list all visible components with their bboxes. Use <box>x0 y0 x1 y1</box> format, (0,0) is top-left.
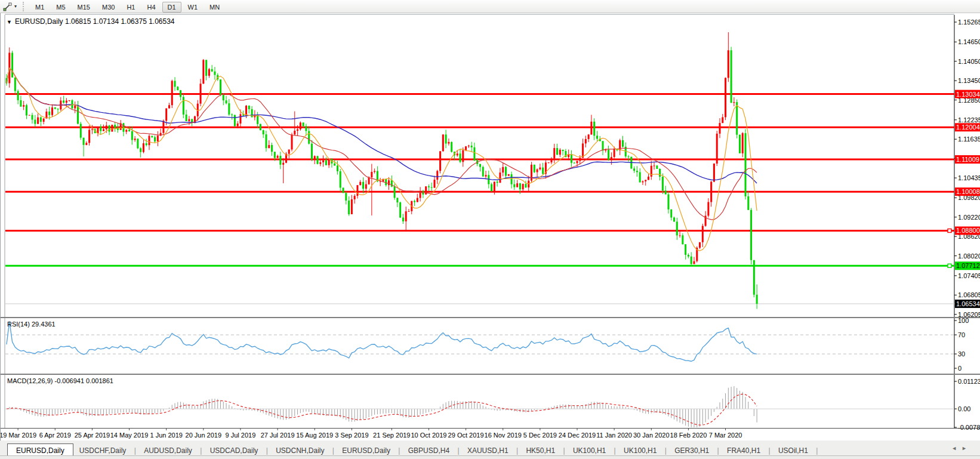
date-axis-label: 7 Mar 2020 <box>709 432 742 439</box>
chart-window: 1.152651.146501.140501.134501.128501.122… <box>0 13 980 440</box>
price-axis-tick: 1.14650 <box>958 38 980 45</box>
date-axis-label: 21 Sep 2019 <box>373 432 410 439</box>
level-price-label-text: 1.11009 <box>956 156 979 163</box>
tab-scroll-right-icon[interactable]: ► <box>961 445 972 451</box>
date-axis-label: 29 Oct 2019 <box>448 432 484 439</box>
timeframe-button-h4[interactable]: H4 <box>141 2 161 13</box>
line-drag-handle[interactable] <box>948 229 951 232</box>
status-bar <box>0 455 980 459</box>
date-axis-label: 30 Jan 2020 <box>633 432 670 439</box>
bar-low-value: 1.06375 <box>121 17 146 26</box>
price-axis-tick: 1.06805 <box>958 291 980 298</box>
price-axis-tick: 1.13450 <box>958 77 980 84</box>
level-price-label-text: 1.12004 <box>956 124 980 131</box>
macd-axis-tick: 0.011232 <box>958 378 980 385</box>
timeframe-button-w1[interactable]: W1 <box>183 2 204 13</box>
date-axis-label: 16 Nov 2019 <box>485 432 522 439</box>
line-drag-handle[interactable] <box>948 264 951 267</box>
rsi-axis-tick: 70 <box>958 331 965 338</box>
tool-dropdown-caret-icon[interactable]: ▾ <box>14 4 17 9</box>
date-axis-label: 3 Sep 2019 <box>335 432 368 439</box>
rsi-axis-tick: 0 <box>958 365 961 372</box>
chart-tab-bar: EURUSD,DailyUSDCHF,Daily | AUDUSD,Daily … <box>0 440 980 455</box>
price-axis-tick: 1.09220 <box>958 214 980 221</box>
timeframe-button-mn[interactable]: MN <box>204 2 225 13</box>
toolbar-grip <box>23 2 26 11</box>
timeframe-toolbar: ▾ M1M5M15M30H1H4D1W1MN <box>0 0 980 13</box>
timeframe-button-m30[interactable]: M30 <box>97 2 120 13</box>
rsi-axis-tick: 100 <box>958 317 969 324</box>
current-price-label-text: 1.06534 <box>956 300 980 307</box>
chart-title: ▼EURUSD,Daily 1.06815 1.07134 1.06375 1.… <box>7 17 175 26</box>
price-axis-tick: 1.14050 <box>958 58 980 65</box>
date-axis-label: 10 Oct 2019 <box>411 432 446 439</box>
tab-scroll-left-icon[interactable]: ◄ <box>951 445 961 451</box>
macd-axis-tick: -0.007894 <box>958 424 980 431</box>
date-axis-label: 11 Jan 2020 <box>596 432 632 439</box>
date-axis-label: 5 Dec 2019 <box>523 432 557 439</box>
price-axis-tick: 1.10435 <box>958 174 980 181</box>
date-axis-label: 9 Jul 2019 <box>226 432 256 439</box>
level-price-label-text: 1.13034 <box>956 91 980 98</box>
timeframe-button-m5[interactable]: M5 <box>51 2 70 13</box>
timeframe-button-h1[interactable]: H1 <box>121 2 140 13</box>
bar-close-value: 1.06534 <box>149 17 174 26</box>
level-price-label-text: 1.08800 <box>956 227 980 234</box>
tab-scroll-arrows[interactable]: ◄► <box>951 445 972 455</box>
date-axis-label: 15 Aug 2019 <box>296 432 333 439</box>
price-axis-tick: 1.08020 <box>958 252 980 260</box>
macd-axis-tick: 0.00 <box>958 405 970 412</box>
chart-symbol-period: EURUSD,Daily <box>15 17 63 26</box>
date-axis-label: 24 Dec 2019 <box>559 432 596 439</box>
chart-menu-arrow-icon[interactable]: ▼ <box>7 19 12 25</box>
level-price-label-text: 1.10008 <box>956 188 980 195</box>
date-axis-label: 6 Apr 2019 <box>39 432 71 439</box>
level-price-label-text: 1.07712 <box>956 262 980 269</box>
price-axis-tick: 1.07405 <box>958 272 980 279</box>
date-axis-label: 27 Jul 2019 <box>261 432 295 439</box>
rsi-axis-tick: 30 <box>958 350 965 358</box>
date-axis-label: 25 Apr 2019 <box>75 432 110 439</box>
date-axis-label: 1 Jun 2019 <box>150 432 182 439</box>
drawing-tool-icon[interactable] <box>2 1 14 12</box>
price-axis-tick: 1.15265 <box>958 19 980 26</box>
price-axis-tick: 1.12235 <box>958 116 980 124</box>
timeframe-button-m1[interactable]: M1 <box>30 2 50 13</box>
macd-indicator-label: MACD(12,26,9) -0.006941 0.001861 <box>7 377 113 384</box>
date-axis-label: 20 Jun 2019 <box>186 432 222 439</box>
date-axis-label: 14 May 2019 <box>110 432 149 439</box>
timeframe-button-m15[interactable]: M15 <box>72 2 95 13</box>
chart-canvas[interactable]: 1.152651.146501.140501.134501.128501.122… <box>1 13 980 440</box>
bar-high-value: 1.07134 <box>93 17 119 26</box>
price-axis-tick: 1.11635 <box>958 135 980 143</box>
date-axis-label: 19 Mar 2019 <box>1 432 36 439</box>
bar-open-value: 1.06815 <box>65 17 91 26</box>
rsi-indicator-label: RSI(14) 29.4361 <box>7 321 56 328</box>
timeframe-button-d1[interactable]: D1 <box>162 2 181 13</box>
date-axis-label: 18 Feb 2020 <box>670 432 707 439</box>
mt4-terminal: ▾ M1M5M15M30H1H4D1W1MN 1.152651.146501.1… <box>0 0 980 459</box>
